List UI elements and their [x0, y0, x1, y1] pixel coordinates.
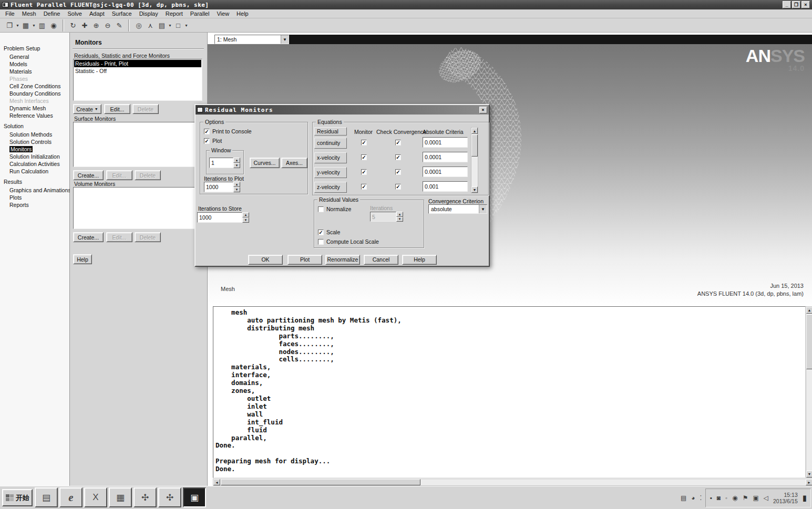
- y-velocity-check-convergence-checkbox[interactable]: ✓: [395, 169, 401, 175]
- z-velocity-criteria-input[interactable]: [423, 181, 468, 192]
- menu-define[interactable]: Define: [40, 10, 64, 17]
- menu-adapt[interactable]: Adapt: [86, 10, 108, 17]
- sidebar-item-reference-values[interactable]: Reference Values: [0, 112, 69, 119]
- sidebar-item-models[interactable]: Models: [0, 60, 69, 68]
- ok-button[interactable]: OK: [248, 255, 283, 265]
- residuals-create-button[interactable]: Create▼: [73, 104, 101, 114]
- menu-help[interactable]: Help: [233, 10, 252, 17]
- scrollbar-thumb[interactable]: [806, 314, 812, 369]
- open-file-dropdown-icon[interactable]: ▼: [15, 19, 20, 31]
- cad-app-icon[interactable]: ✣: [133, 487, 157, 507]
- surface-create-button[interactable]: Create...: [73, 170, 104, 180]
- save-file-dropdown-icon[interactable]: ▼: [32, 19, 36, 31]
- surface-monitors-list[interactable]: [73, 122, 202, 167]
- residuals-edit-button[interactable]: Edit...: [104, 104, 130, 114]
- zoom-out-icon[interactable]: ⊖: [102, 19, 114, 31]
- sidebar-item-solution-initialization[interactable]: Solution Initialization: [0, 153, 69, 160]
- excel-icon[interactable]: X: [84, 487, 107, 507]
- language-tray-icon[interactable]: ◉: [732, 494, 737, 502]
- convergence-criterion-dropdown[interactable]: absolute ▼: [428, 204, 487, 214]
- print-to-console-checkbox[interactable]: ✓ Print to Console: [204, 128, 252, 134]
- menu-view[interactable]: View: [213, 10, 233, 17]
- curves-button[interactable]: Curves...: [250, 158, 280, 168]
- menu-mesh[interactable]: Mesh: [18, 10, 40, 17]
- folder-tray-icon[interactable]: ▤: [681, 494, 686, 502]
- pan-view-icon[interactable]: ✚: [79, 19, 90, 31]
- x-velocity-criteria-input[interactable]: [423, 152, 468, 162]
- dialog-title-bar[interactable]: Residual Monitors ×: [196, 105, 489, 115]
- speaker-icon[interactable]: ◁: [764, 494, 768, 502]
- write-file-icon[interactable]: ▥: [36, 19, 48, 31]
- help-button[interactable]: Help: [402, 255, 437, 265]
- menu-file[interactable]: File: [2, 10, 18, 17]
- spin-up-icon[interactable]: ▲: [233, 158, 240, 163]
- cad-app-icon[interactable]: ✣: [158, 487, 181, 507]
- plot-button[interactable]: Plot: [287, 255, 322, 265]
- spin-down-icon[interactable]: ▼: [233, 187, 240, 192]
- sidebar-item-plots[interactable]: Plots: [0, 194, 69, 201]
- scrollbar-thumb[interactable]: [221, 479, 420, 485]
- continuity-check-convergence-checkbox[interactable]: ✓: [395, 140, 401, 146]
- x-velocity-check-convergence-checkbox[interactable]: ✓: [395, 154, 401, 160]
- network-icon[interactable]: ▮: [803, 493, 807, 503]
- spin-up-icon[interactable]: ▲: [233, 182, 240, 187]
- equations-scrollbar[interactable]: ▲ ▼: [471, 127, 478, 193]
- iterations-to-store-input[interactable]: [197, 212, 242, 223]
- x-velocity-monitor-checkbox[interactable]: ✓: [361, 154, 367, 160]
- fluent-taskbar-button[interactable]: ▣: [183, 487, 206, 507]
- checkbox-icon[interactable]: ✓: [318, 230, 324, 235]
- display-tray-icon[interactable]: ▣: [753, 494, 758, 502]
- document-viewer-icon[interactable]: ▦: [109, 487, 132, 507]
- z-velocity-check-convergence-checkbox[interactable]: ✓: [395, 184, 401, 190]
- checkbox-icon[interactable]: [318, 239, 324, 245]
- window-input[interactable]: [209, 158, 233, 168]
- scroll-down-icon[interactable]: ▼: [806, 471, 812, 477]
- orient-icon[interactable]: ⋏: [145, 19, 156, 31]
- close-button[interactable]: ×: [801, 1, 810, 8]
- tree-section-solution[interactable]: Solution: [0, 122, 69, 131]
- refresh-icon[interactable]: ◉: [48, 19, 59, 31]
- scrollbar-thumb[interactable]: [471, 134, 478, 157]
- checkbox-icon[interactable]: ✓: [204, 129, 210, 134]
- show-desktop-icon[interactable]: ▤: [35, 487, 58, 507]
- sidebar-item-solution-methods[interactable]: Solution Methods: [0, 131, 69, 138]
- continuity-criteria-input[interactable]: [423, 137, 468, 148]
- z-velocity-monitor-checkbox[interactable]: ✓: [361, 184, 367, 190]
- sidebar-item-graphics-and-animations[interactable]: Graphics and Animations: [0, 186, 69, 194]
- spin-down-icon[interactable]: ▼: [233, 163, 240, 168]
- scroll-up-icon[interactable]: ▲: [806, 307, 812, 314]
- save-file-icon[interactable]: ▦: [20, 19, 32, 31]
- scroll-up-icon[interactable]: ▲: [471, 128, 478, 134]
- box-display-icon[interactable]: □: [172, 19, 184, 31]
- plot-checkbox[interactable]: ✓ Plot: [204, 138, 222, 144]
- probe-icon[interactable]: ✎: [114, 19, 125, 31]
- menu-parallel[interactable]: Parallel: [187, 10, 213, 17]
- scroll-left-icon[interactable]: ◄: [213, 479, 220, 485]
- sidebar-item-reports[interactable]: Reports: [0, 201, 69, 209]
- axes-button[interactable]: Axes...: [281, 158, 307, 168]
- volume-monitors-list[interactable]: [73, 187, 202, 229]
- scale-checkbox[interactable]: ✓ Scale: [318, 229, 340, 235]
- sidebar-item-cell-zone-conditions[interactable]: Cell Zone Conditions: [0, 82, 69, 90]
- compute-local-scale-checkbox[interactable]: Compute Local Scale: [318, 238, 379, 245]
- y-velocity-monitor-checkbox[interactable]: ✓: [361, 169, 367, 175]
- panel-help-button[interactable]: Help: [73, 254, 92, 264]
- iterations-to-plot-input[interactable]: [204, 182, 233, 192]
- residuals-monitors-list[interactable]: Residuals - Print, Plot Statistic - Off: [73, 59, 202, 101]
- power-tray-icon[interactable]: ◕: [691, 494, 695, 502]
- box-display-dropdown-icon[interactable]: ▼: [184, 19, 189, 31]
- magnify-icon[interactable]: ◎: [133, 19, 145, 31]
- dialog-close-icon[interactable]: ×: [479, 107, 487, 113]
- security-lock-icon[interactable]: ◙: [717, 494, 721, 502]
- start-button[interactable]: 开始: [2, 489, 33, 506]
- list-item-residuals[interactable]: Residuals - Print, Plot: [74, 60, 201, 67]
- spin-up-icon[interactable]: ▲: [242, 212, 249, 217]
- normalize-checkbox[interactable]: Normalize: [318, 206, 351, 212]
- menu-solve[interactable]: Solve: [64, 10, 86, 17]
- open-file-icon[interactable]: ❐: [4, 19, 15, 31]
- grid-display-icon[interactable]: ▤: [156, 19, 168, 31]
- console-output[interactable]: mesh auto partitioning mesh by Metis (fa…: [213, 306, 806, 478]
- sidebar-item-general[interactable]: General: [0, 53, 69, 60]
- menu-surface[interactable]: Surface: [108, 10, 136, 17]
- view-selector[interactable]: 1: Mesh ▼: [214, 35, 289, 44]
